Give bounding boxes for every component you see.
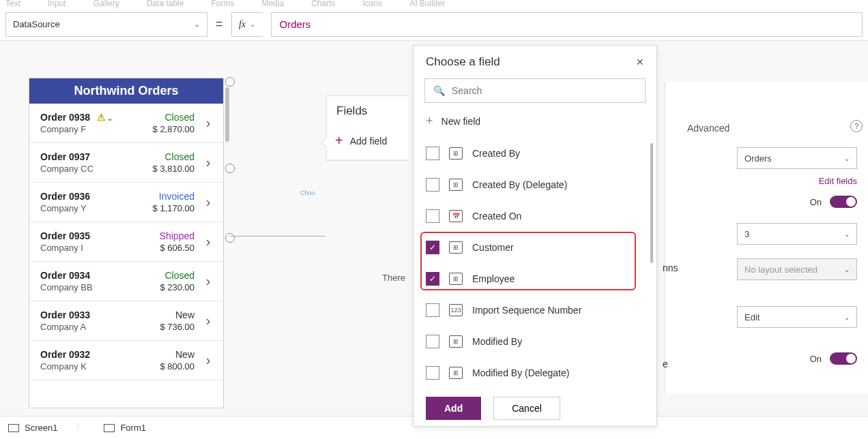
- equals-sign: =: [216, 17, 223, 31]
- checkbox[interactable]: ✓: [426, 241, 439, 254]
- field-label: Modified By: [472, 336, 522, 347]
- field-label: Customer: [472, 242, 514, 253]
- checkbox[interactable]: ✓: [426, 272, 439, 286]
- data-source-dropdown[interactable]: Orders ⌄: [737, 147, 857, 169]
- checkbox[interactable]: [426, 147, 439, 160]
- add-field-button[interactable]: + Add field: [327, 127, 408, 160]
- fx-button[interactable]: fx ⌄: [231, 12, 263, 37]
- chevron-right-icon: ›: [200, 313, 216, 329]
- ribbon-toolbar: Text Input Gallery Data table Forms Medi…: [0, 0, 868, 8]
- resize-handle[interactable]: [225, 164, 235, 173]
- company-name: Company A: [40, 322, 136, 332]
- order-list-item[interactable]: Order 0933Company ANew$ 736.00›: [29, 301, 223, 341]
- add-button[interactable]: Add: [426, 397, 481, 420]
- resize-handle[interactable]: [225, 77, 235, 87]
- visible-toggle[interactable]: [830, 352, 857, 365]
- order-list-item[interactable]: Order 0935Company IShipped$ 606.50›: [29, 222, 223, 262]
- search-box[interactable]: 🔍: [424, 78, 646, 103]
- company-name: Company I: [40, 243, 136, 253]
- field-option[interactable]: ⊞Modified By: [414, 326, 656, 357]
- add-field-label: Add field: [350, 136, 387, 147]
- toggle-on-label: On: [810, 197, 822, 207]
- order-list-item[interactable]: Order 0937Company CCClosed$ 3,810.00›: [29, 143, 223, 183]
- chevron-down-icon: ⌄: [844, 314, 850, 321]
- search-input[interactable]: [452, 85, 637, 96]
- fields-panel-title: Fields: [327, 96, 408, 127]
- chevron-down-icon: ⌄: [844, 155, 850, 162]
- field-type-icon: ⊞: [449, 273, 463, 285]
- columns-label-partial: nns: [663, 262, 678, 273]
- order-list-item[interactable]: Order 0936Company YInvoiced$ 1,170.00›: [29, 183, 223, 222]
- checkbox[interactable]: [426, 366, 439, 380]
- order-number: Order 0933: [40, 309, 136, 320]
- field-option[interactable]: ⊞Modified By (Delegate): [414, 357, 656, 389]
- field-option[interactable]: ✓⊞Employee: [414, 263, 656, 294]
- order-amount: $ 800.00: [136, 361, 194, 372]
- breadcrumb-form[interactable]: Form1: [104, 423, 146, 433]
- checkbox[interactable]: [426, 178, 439, 192]
- chevron-right-icon: ›: [200, 115, 216, 131]
- order-number: Order 0934: [40, 270, 136, 281]
- chevron-down-icon: ⌄: [194, 20, 200, 29]
- mode-label-partial: e: [663, 359, 668, 369]
- scrollbar[interactable]: [650, 143, 653, 263]
- field-label: Modified By (Delegate): [472, 367, 569, 378]
- edit-fields-link[interactable]: Edit fields: [665, 176, 868, 190]
- search-icon: 🔍: [433, 85, 445, 96]
- field-type-icon: 123: [449, 304, 463, 316]
- resize-guide: [230, 236, 326, 237]
- field-label: Created By: [472, 148, 520, 159]
- resize-handle[interactable]: [225, 233, 235, 243]
- formula-input[interactable]: Orders: [271, 12, 863, 37]
- order-list-item[interactable]: Order 0938 ⚠⌄Company FClosed$ 2,870.00›: [29, 104, 223, 143]
- field-label: Created By (Delegate): [472, 179, 567, 190]
- help-icon[interactable]: ?: [850, 120, 863, 132]
- order-list-item[interactable]: Order 0934Company BBClosed$ 230.00›: [29, 262, 223, 301]
- checkbox[interactable]: [426, 335, 439, 348]
- company-name: Company K: [40, 361, 136, 372]
- columns-dropdown[interactable]: 3 ⌄: [737, 223, 857, 245]
- order-amount: $ 736.00: [136, 322, 194, 332]
- checkbox[interactable]: [426, 209, 439, 223]
- order-list-item[interactable]: Order 0932Company KNew$ 800.00›: [29, 341, 223, 380]
- mode-dropdown[interactable]: Edit ⌄: [737, 306, 857, 328]
- field-type-icon: ⊞: [449, 147, 463, 160]
- field-option[interactable]: 123Import Sequence Number: [414, 294, 656, 326]
- order-number: Order 0932: [40, 349, 136, 360]
- breadcrumb-screen[interactable]: Screen1: [8, 423, 57, 433]
- new-field-button[interactable]: + New field: [414, 110, 656, 135]
- canvas-hint: Choo: [300, 190, 315, 196]
- order-number: Order 0936: [40, 191, 136, 202]
- snap-toggle[interactable]: [830, 196, 857, 208]
- property-name: DataSource: [13, 19, 60, 29]
- chevron-right-icon: ›: [200, 273, 216, 289]
- choose-field-popup: Choose a field ✕ 🔍 + New field ⊞Created …: [413, 45, 657, 427]
- layout-dropdown[interactable]: No layout selected ⌄: [737, 258, 857, 280]
- cancel-button[interactable]: Cancel: [493, 397, 560, 420]
- field-option[interactable]: 📅Modified On: [414, 389, 656, 391]
- order-amount: $ 1,170.00: [136, 203, 194, 213]
- chevron-right-icon: ›: [200, 234, 216, 249]
- field-list[interactable]: ⊞Created By⊞Created By (Delegate)📅Create…: [414, 135, 656, 391]
- warning-icon: ⚠: [97, 112, 106, 123]
- chevron-right-icon: ›: [200, 155, 216, 170]
- checkbox[interactable]: [426, 303, 439, 317]
- field-option[interactable]: ⊞Created By (Delegate): [414, 169, 656, 200]
- field-option[interactable]: 📅Created On: [414, 200, 656, 232]
- company-name: Company CC: [40, 164, 136, 174]
- popup-title: Choose a field: [426, 55, 500, 69]
- field-type-icon: ⊞: [449, 241, 463, 254]
- properties-panel: ? Advanced Orders ⌄ Edit fields nns On 3…: [665, 82, 868, 393]
- orders-gallery[interactable]: Northwind Orders Order 0938 ⚠⌄Company FC…: [29, 78, 224, 408]
- order-status: Shipped: [136, 230, 194, 241]
- new-field-label: New field: [442, 116, 481, 127]
- property-selector[interactable]: DataSource ⌄: [5, 12, 207, 37]
- gallery-title: Northwind Orders: [29, 78, 223, 104]
- close-icon[interactable]: ✕: [636, 57, 644, 67]
- field-option[interactable]: ⊞Created By: [414, 138, 656, 169]
- tab-advanced[interactable]: Advanced: [687, 123, 729, 140]
- field-option[interactable]: ✓⊞Customer: [414, 232, 656, 263]
- order-amount: $ 230.00: [136, 282, 194, 292]
- scrollbar[interactable]: [225, 87, 229, 142]
- field-type-icon: ⊞: [449, 179, 463, 191]
